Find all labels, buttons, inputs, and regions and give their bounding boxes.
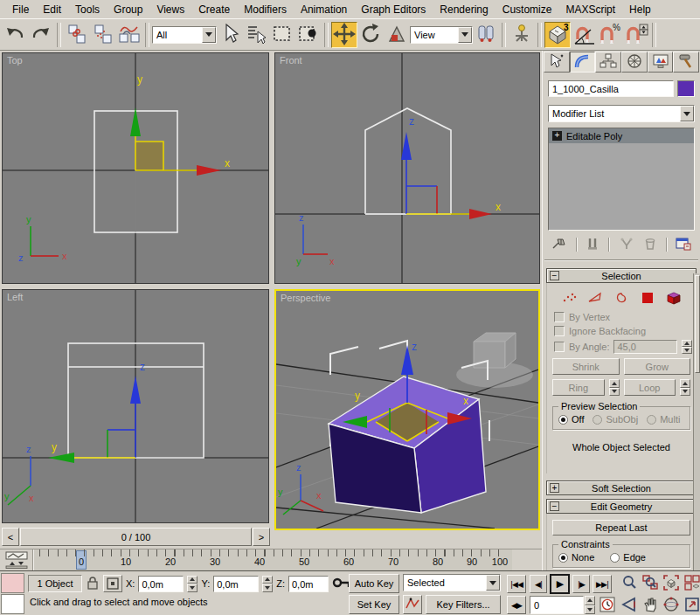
tab-utilities[interactable] xyxy=(673,52,699,73)
preview-off-radio[interactable] xyxy=(558,415,568,425)
time-slider-next-button[interactable]: > xyxy=(253,528,270,546)
vertex-mode-button[interactable] xyxy=(559,289,579,307)
configure-modifier-sets-button[interactable] xyxy=(676,237,691,252)
dropdown-arrow-icon[interactable] xyxy=(486,575,500,591)
key-mode-toggle-button[interactable]: ◀▶ xyxy=(507,596,526,614)
viewport-front[interactable]: Front z x z y x xyxy=(274,52,540,284)
preview-subobj-radio[interactable] xyxy=(593,415,602,425)
viewport-front-canvas[interactable]: z x z y x xyxy=(275,53,539,283)
ignore-backfacing-checkbox[interactable] xyxy=(554,326,565,336)
angle-snap-toggle-button[interactable] xyxy=(571,22,597,48)
preview-subobj-option[interactable]: SubObj xyxy=(593,414,638,425)
viewport-perspective-canvas[interactable]: y x z z y x xyxy=(276,291,538,529)
rectangular-selection-region-button[interactable] xyxy=(269,22,295,48)
left-move-gizmo[interactable]: z y xyxy=(48,361,145,463)
key-filter-dropdown[interactable]: Selected xyxy=(403,574,501,591)
by-angle-spinner[interactable] xyxy=(682,340,692,354)
percent-snap-toggle-button[interactable]: % xyxy=(597,22,623,48)
select-and-rotate-button[interactable] xyxy=(357,22,384,48)
element-mode-button[interactable] xyxy=(664,289,683,307)
go-to-start-button[interactable]: |◀◀ xyxy=(507,575,526,593)
menu-animation[interactable]: Animation xyxy=(294,2,354,17)
preview-off-option[interactable]: Off xyxy=(558,414,584,425)
select-and-manipulate-button[interactable] xyxy=(509,22,535,48)
menu-help[interactable]: Help xyxy=(622,2,658,17)
z-coordinate-field[interactable]: 0,0m xyxy=(288,576,329,592)
command-panel-scrollbar[interactable] xyxy=(693,273,700,570)
preview-multi-radio[interactable] xyxy=(647,415,656,425)
by-angle-field[interactable]: 45,0 xyxy=(613,340,677,354)
menu-group[interactable]: Group xyxy=(107,2,149,17)
track-bar-ruler[interactable]: 0 10 20 30 40 50 60 70 80 90 100 xyxy=(33,549,512,571)
unlink-selection-button[interactable] xyxy=(90,22,116,48)
bind-to-space-warp-button[interactable] xyxy=(116,22,142,48)
soft-selection-rollout-header[interactable]: + Soft Selection xyxy=(546,480,697,495)
viewport-top-canvas[interactable]: y x y x z xyxy=(3,53,268,283)
reference-coordinate-dropdown[interactable]: View xyxy=(410,26,473,44)
select-and-move-button[interactable] xyxy=(331,22,357,48)
maxscript-mini-listener[interactable] xyxy=(1,573,24,614)
x-coordinate-field[interactable]: 0,0m xyxy=(138,576,184,592)
preview-multi-option[interactable]: Multi xyxy=(647,414,680,425)
tab-display[interactable] xyxy=(648,52,674,73)
by-vertex-checkbox[interactable] xyxy=(554,312,565,322)
viewport-left-label[interactable]: Left xyxy=(7,292,23,302)
constraint-none-option[interactable]: None xyxy=(558,552,594,563)
zoom-extents-all-button[interactable] xyxy=(682,574,700,593)
modifier-stack[interactable]: + Editable Poly xyxy=(548,128,695,231)
select-and-scale-button[interactable] xyxy=(384,22,410,48)
menu-views[interactable]: Views xyxy=(149,2,191,17)
pin-stack-button[interactable] xyxy=(551,237,567,252)
spinner-snap-toggle-button[interactable] xyxy=(623,22,649,48)
y-spinner[interactable] xyxy=(262,576,273,592)
stack-item-editable-poly[interactable]: + Editable Poly xyxy=(549,128,694,143)
set-key-button[interactable]: Set Key xyxy=(349,595,399,614)
viewport-front-label[interactable]: Front xyxy=(280,55,302,66)
constraint-edge-radio[interactable] xyxy=(610,553,620,563)
loop-spinner[interactable] xyxy=(680,379,690,396)
key-filters-button[interactable]: Key Filters... xyxy=(426,595,501,614)
go-to-end-button[interactable]: ▶▶| xyxy=(593,575,612,593)
edge-mode-button[interactable] xyxy=(586,289,605,307)
arc-rotate-button[interactable] xyxy=(661,596,681,615)
frame-spinner[interactable] xyxy=(585,596,595,614)
loop-button[interactable]: Loop xyxy=(624,379,676,396)
select-and-link-button[interactable] xyxy=(64,22,90,48)
selection-filter-dropdown[interactable]: All xyxy=(152,26,217,44)
top-move-gizmo[interactable]: y x xyxy=(130,73,230,176)
maximize-viewport-toggle-button[interactable] xyxy=(682,596,700,615)
time-configuration-button[interactable] xyxy=(598,596,617,614)
constraint-edge-option[interactable]: Edge xyxy=(610,552,646,563)
viewport-top[interactable]: Top y x y x z xyxy=(2,52,269,284)
make-unique-button[interactable] xyxy=(619,237,634,252)
field-of-view-button[interactable] xyxy=(619,596,639,615)
modifier-list-dropdown[interactable]: Modifier List xyxy=(548,105,695,122)
previous-frame-button[interactable]: ◀| xyxy=(530,575,547,593)
menu-maxscript[interactable]: MAXScript xyxy=(558,2,622,17)
current-frame-field[interactable]: 0 xyxy=(530,596,584,614)
zoom-all-button[interactable] xyxy=(640,574,660,593)
viewport-top-label[interactable]: Top xyxy=(7,55,23,66)
dropdown-arrow-icon[interactable] xyxy=(458,27,472,43)
select-by-name-button[interactable] xyxy=(243,22,269,48)
menu-graph-editors[interactable]: Graph Editors xyxy=(354,2,433,17)
y-coordinate-field[interactable]: 0,0m xyxy=(213,576,259,592)
open-mini-curve-editor-button[interactable] xyxy=(0,549,33,571)
viewport-perspective-label[interactable]: Perspective xyxy=(281,293,330,303)
use-pivot-point-center-button[interactable] xyxy=(473,22,499,48)
viewport-perspective[interactable]: Perspective xyxy=(274,289,540,530)
grow-button[interactable]: Grow xyxy=(624,358,691,375)
zoom-extents-button[interactable] xyxy=(661,574,681,593)
redo-button[interactable] xyxy=(28,22,54,48)
x-spinner[interactable] xyxy=(187,576,198,592)
selection-rollout-header[interactable]: − Selection xyxy=(546,268,697,283)
menu-tools[interactable]: Tools xyxy=(68,2,107,17)
menu-customize[interactable]: Customize xyxy=(496,2,559,17)
auto-key-button[interactable]: Auto Key xyxy=(349,574,399,593)
scrollbar-thumb[interactable] xyxy=(695,275,700,373)
front-object-wireframe[interactable] xyxy=(365,108,451,214)
tab-motion[interactable] xyxy=(621,52,648,73)
select-object-button[interactable] xyxy=(217,22,243,48)
by-angle-checkbox[interactable] xyxy=(554,342,565,352)
constraint-none-radio[interactable] xyxy=(558,553,568,563)
